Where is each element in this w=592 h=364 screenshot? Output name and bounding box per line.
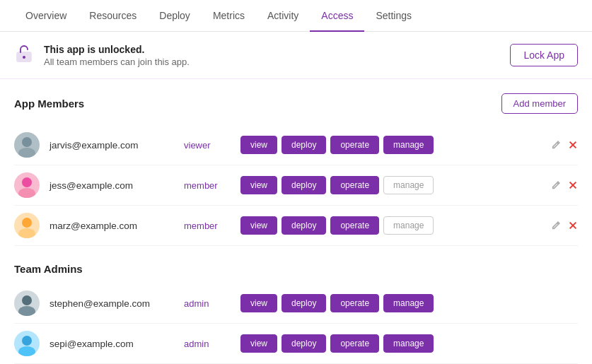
member-row: jarvis@example.com viewer view deploy op…	[14, 125, 578, 165]
member-actions	[551, 221, 578, 230]
app-members-header: App Members Add member	[14, 93, 578, 114]
member-row: sepi@example.com admin view deploy opera…	[14, 324, 578, 364]
delete-icon[interactable]	[568, 180, 578, 190]
perm-view-button[interactable]: view	[240, 216, 277, 235]
avatar	[14, 213, 40, 238]
perm-operate-button[interactable]: operate	[330, 136, 379, 154]
nav-settings[interactable]: Settings	[364, 0, 423, 31]
perm-view-button[interactable]: view	[240, 176, 277, 194]
permission-buttons: view deploy operate manage	[240, 176, 545, 194]
svg-point-3	[18, 148, 35, 158]
perm-deploy-button[interactable]: deploy	[282, 294, 326, 312]
banner-subtitle: All team members can join this app.	[44, 57, 190, 67]
perm-operate-button[interactable]: operate	[330, 176, 379, 194]
delete-icon[interactable]	[568, 140, 578, 150]
svg-point-18	[22, 336, 32, 346]
unlock-banner: This app is unlocked. All team members c…	[0, 32, 592, 79]
main-content: App Members Add member jarvis@example.co…	[0, 79, 592, 364]
perm-manage-button[interactable]: manage	[383, 216, 434, 235]
perm-deploy-button[interactable]: deploy	[282, 136, 326, 154]
nav-resources[interactable]: Resources	[78, 0, 148, 31]
svg-point-6	[22, 177, 32, 187]
banner-left: This app is unlocked. All team members c…	[14, 43, 190, 67]
banner-text: This app is unlocked. All team members c…	[44, 44, 190, 67]
member-role: member	[184, 180, 240, 191]
unlock-icon	[14, 43, 34, 67]
delete-icon[interactable]	[568, 221, 578, 230]
avatar	[14, 331, 40, 356]
perm-operate-button[interactable]: operate	[330, 334, 379, 353]
member-email: sepi@example.com	[50, 339, 184, 349]
svg-point-10	[22, 218, 32, 228]
member-role: viewer	[184, 140, 240, 151]
svg-point-19	[18, 346, 35, 356]
member-email: stephen@example.com	[50, 298, 184, 309]
perm-deploy-button[interactable]: deploy	[282, 176, 326, 194]
member-email: jarvis@example.com	[50, 140, 184, 151]
edit-icon[interactable]	[551, 221, 561, 230]
nav-access[interactable]: Access	[310, 0, 364, 31]
nav-metrics[interactable]: Metrics	[202, 0, 256, 31]
perm-view-button[interactable]: view	[240, 136, 277, 154]
member-role: admin	[184, 298, 240, 309]
avatar	[14, 132, 40, 158]
team-admins-header: Team Admins	[14, 263, 578, 275]
perm-view-button[interactable]: view	[240, 294, 277, 312]
permission-buttons: view deploy operate manage	[240, 334, 545, 353]
perm-operate-button[interactable]: operate	[330, 294, 379, 312]
team-admins-title: Team Admins	[14, 263, 83, 275]
svg-point-15	[18, 306, 35, 316]
perm-deploy-button[interactable]: deploy	[282, 334, 326, 353]
permission-buttons: view deploy operate manage	[240, 136, 545, 154]
add-member-button[interactable]: Add member	[501, 93, 578, 114]
perm-deploy-button[interactable]: deploy	[282, 216, 326, 235]
member-row: marz@example.com member view deploy oper…	[14, 206, 578, 246]
member-actions	[551, 140, 578, 150]
perm-manage-button[interactable]: manage	[383, 294, 434, 312]
avatar	[14, 172, 40, 198]
nav-activity[interactable]: Activity	[256, 0, 310, 31]
avatar	[14, 290, 40, 316]
top-nav: Overview Resources Deploy Metrics Activi…	[0, 0, 592, 32]
svg-point-11	[18, 228, 35, 238]
member-email: marz@example.com	[50, 221, 184, 231]
svg-point-14	[22, 295, 32, 305]
svg-point-7	[18, 188, 35, 198]
member-role: member	[184, 221, 240, 231]
member-row: jess@example.com member view deploy oper…	[14, 165, 578, 206]
edit-icon[interactable]	[551, 140, 561, 150]
member-email: jess@example.com	[50, 180, 184, 191]
perm-manage-button[interactable]: manage	[383, 136, 434, 154]
app-members-title: App Members	[14, 98, 84, 110]
svg-point-1	[23, 56, 25, 59]
perm-manage-button[interactable]: manage	[383, 334, 434, 353]
edit-icon[interactable]	[551, 180, 561, 190]
member-row: stephen@example.com admin view deploy op…	[14, 283, 578, 324]
member-actions	[551, 180, 578, 190]
permission-buttons: view deploy operate manage	[240, 216, 545, 235]
permission-buttons: view deploy operate manage	[240, 294, 545, 312]
perm-operate-button[interactable]: operate	[330, 216, 379, 235]
member-role: admin	[184, 339, 240, 349]
svg-point-2	[22, 137, 32, 147]
nav-overview[interactable]: Overview	[14, 0, 78, 31]
nav-deploy[interactable]: Deploy	[148, 0, 202, 31]
lock-app-button[interactable]: Lock App	[510, 44, 578, 66]
perm-manage-button[interactable]: manage	[383, 176, 434, 194]
banner-title: This app is unlocked.	[44, 44, 190, 55]
perm-view-button[interactable]: view	[240, 334, 277, 353]
